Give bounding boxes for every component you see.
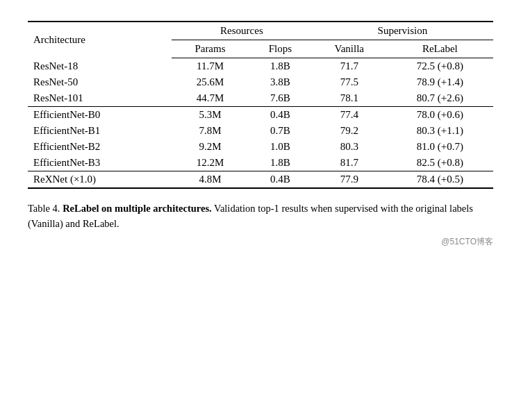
flops-header: Flops	[249, 40, 312, 58]
arch-header: Architecture	[28, 22, 172, 58]
watermark: @51CTO博客	[28, 236, 493, 248]
results-table: Architecture Resources Supervision Param…	[28, 21, 493, 189]
supervision-header: Supervision	[312, 22, 493, 40]
params-header: Params	[172, 40, 249, 58]
table-row: ReXNet (×1.0)4.8M0.4B77.978.4 (+0.5)	[28, 171, 493, 189]
vanilla-header: Vanilla	[312, 40, 387, 58]
table-caption: Table 4. ReLabel on multiple architectur…	[28, 201, 493, 232]
resources-header: Resources	[172, 22, 312, 40]
table-row: EfficientNet-B312.2M1.8B81.782.5 (+0.8)	[28, 155, 493, 171]
table-row: EfficientNet-B05.3M0.4B77.478.0 (+0.6)	[28, 107, 493, 124]
table-row: ResNet-5025.6M3.8B77.578.9 (+1.4)	[28, 74, 493, 90]
caption-label: Table 4.	[28, 203, 60, 214]
table-row: EfficientNet-B17.8M0.7B79.280.3 (+1.1)	[28, 123, 493, 139]
table-body: ResNet-1811.7M1.8B71.772.5 (+0.8)ResNet-…	[28, 58, 493, 189]
table-row: EfficientNet-B29.2M1.0B80.381.0 (+0.7)	[28, 139, 493, 155]
caption-bold: ReLabel on multiple architectures.	[63, 203, 212, 214]
table-row: ResNet-1811.7M1.8B71.772.5 (+0.8)	[28, 58, 493, 75]
header-group-row: Architecture Resources Supervision	[28, 22, 493, 40]
table-row: ResNet-10144.7M7.6B78.180.7 (+2.6)	[28, 90, 493, 107]
main-container: Architecture Resources Supervision Param…	[28, 21, 493, 248]
relabel-header: ReLabel	[387, 40, 493, 58]
